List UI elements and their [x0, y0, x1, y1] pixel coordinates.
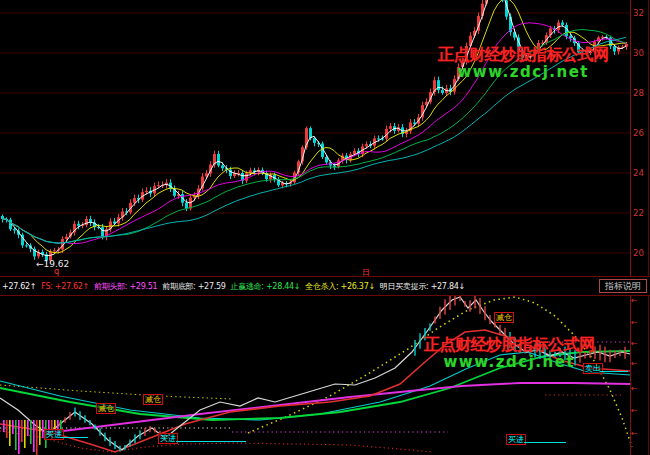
axis-tick-arrow: ←	[631, 296, 638, 305]
axis-tick-arrow: ←	[631, 406, 638, 415]
chart-canvas[interactable]	[0, 0, 650, 455]
price-axis-label: 24	[633, 168, 644, 178]
indicator-help-button[interactable]: 指标说明	[599, 279, 647, 293]
axis-tick-arrow: ←	[631, 429, 638, 438]
price-axis-label: 20	[633, 248, 644, 258]
stock-chart-app: 32302826242220 ←←←←←←← ←19.62 q日 正点财经炒股指…	[0, 0, 650, 455]
price-axis-label: 30	[633, 48, 644, 58]
signal-tag: 买进	[506, 434, 526, 445]
signal-tag: 买进	[44, 429, 64, 440]
axis-tick-arrow: ←	[631, 339, 638, 348]
signal-tag: 卖出	[583, 363, 603, 374]
price-axis-label: 26	[633, 128, 644, 138]
signal-tag-line	[176, 441, 246, 442]
indicator-values: +27.62↑FS: +27.62↑前期头部: +29.51前期底部: +27.…	[2, 281, 465, 292]
indicator-value: +27.62↑	[2, 282, 36, 291]
price-axis-label: 32	[633, 8, 644, 18]
axis-tick-arrow: ←	[631, 318, 638, 327]
indicator-value: FS: +27.62↑	[41, 282, 89, 291]
period-marker: 日	[362, 267, 370, 278]
signal-tag-line	[60, 437, 88, 438]
price-axis-label: 28	[633, 88, 644, 98]
signal-tag-line	[600, 371, 628, 372]
low-price-annotation: ←19.62	[36, 259, 69, 269]
period-marker: q	[54, 267, 59, 276]
indicator-value: 止赢逃命: +28.44↓	[231, 281, 301, 292]
axis-tick-arrow: ←	[631, 359, 638, 368]
signal-tag: 减仓	[143, 394, 163, 405]
price-axis-label: 22	[633, 208, 644, 218]
indicator-status-bar: +27.62↑FS: +27.62↑前期头部: +29.51前期底部: +27.…	[0, 276, 650, 296]
signal-tag-line	[524, 442, 566, 443]
indicator-value: 全仓杀入: +26.37↓	[305, 281, 375, 292]
signal-tag: 减仓	[494, 312, 514, 323]
axis-tick-arrow: ←	[631, 384, 638, 393]
window-right-border	[648, 0, 649, 455]
indicator-value: 前期底部: +27.59	[162, 281, 225, 292]
indicator-value: 前期头部: +29.51	[94, 281, 157, 292]
signal-tag: 买进	[158, 433, 178, 444]
signal-tag: 减仓	[96, 403, 116, 414]
indicator-value: 明日买卖提示: +27.84↓	[380, 281, 465, 292]
